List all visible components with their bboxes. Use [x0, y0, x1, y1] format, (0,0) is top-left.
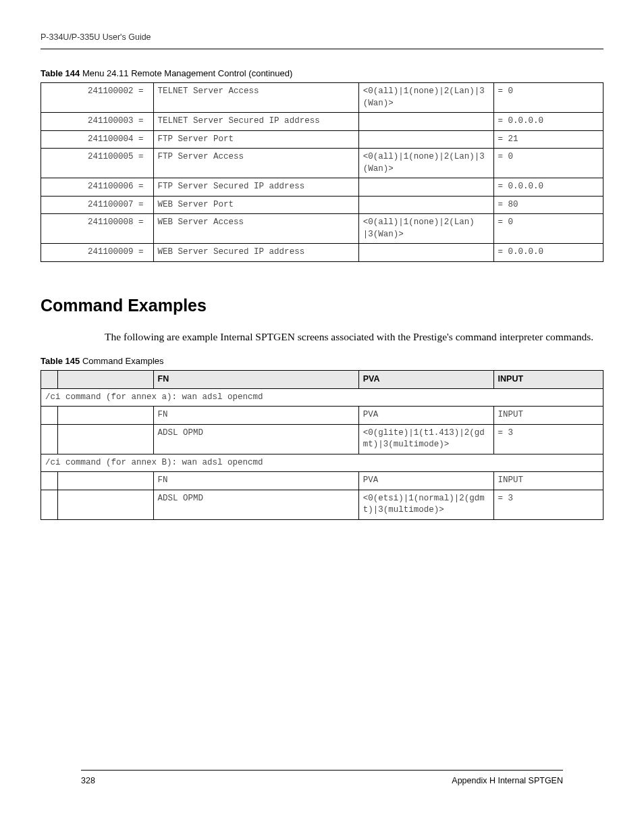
cell-fn: FN [153, 407, 358, 425]
cell-input: = 0.0.0.0 [493, 178, 603, 197]
cell-blank [41, 407, 58, 425]
cell-blank [57, 424, 153, 454]
table-row: 241100009 = WEB Server Secured IP addres… [41, 244, 603, 262]
cell-input: = 0.0.0.0 [493, 113, 603, 131]
cell-id: 241100007 = [41, 196, 154, 214]
table-row: FN PVA INPUT [41, 407, 603, 425]
section-heading: Command Examples [41, 296, 603, 315]
header-blank-a [41, 371, 58, 389]
table145-caption-rest: Command Examples [80, 356, 163, 366]
header-fn: FN [153, 371, 358, 389]
cell-blank [57, 472, 153, 490]
cell-pva [358, 196, 493, 214]
cell-desc: TELNET Server Secured IP address [153, 113, 358, 131]
cell-id: 241100005 = [41, 149, 154, 178]
table144-caption-bold: Table 144 [41, 68, 80, 78]
cell-blank [41, 472, 58, 490]
cell-blank [57, 407, 153, 425]
table144-caption-rest: Menu 24.11 Remote Management Control (co… [80, 68, 292, 78]
cell-fn: ADSL OPMD [153, 424, 358, 454]
cell-pva [358, 113, 493, 131]
header-input: INPUT [493, 371, 603, 389]
cell-pva: <0(all)|1(none)|2(Lan) |3(Wan)> [358, 214, 493, 244]
table-row: ADSL OPMD <0(glite)|1(t1.413)|2(gdmt)|3(… [41, 424, 603, 454]
doc-header: P-334U/P-335U User's Guide [41, 32, 603, 49]
cell-desc: FTP Server Access [153, 149, 358, 178]
cell-desc: FTP Server Port [153, 130, 358, 149]
cell-desc: WEB Server Port [153, 196, 358, 214]
cell-pva [358, 130, 493, 149]
cell-pva: <0(all)|1(none)|2(Lan)|3(Wan)> [358, 149, 493, 178]
table-row: /ci command (for annex a): wan adsl open… [41, 388, 603, 407]
span-annex-b: /ci command (for annex B): wan adsl open… [41, 454, 603, 472]
table-row: 241100006 = FTP Server Secured IP addres… [41, 178, 603, 197]
table-row: FN PVA INPUT [41, 472, 603, 490]
cell-input: = 3 [493, 424, 603, 454]
table145-caption: Table 145 Command Examples [41, 356, 603, 366]
span-annex-a: /ci command (for annex a): wan adsl open… [41, 388, 603, 407]
cell-input: = 0.0.0.0 [493, 244, 603, 262]
footer-page-number: 328 [81, 776, 95, 785]
body-paragraph: The following are example Internal SPTGE… [105, 330, 603, 344]
cell-desc: TELNET Server Access [153, 83, 358, 113]
table-row: /ci command (for annex B): wan adsl open… [41, 454, 603, 472]
table144-caption: Table 144 Menu 24.11 Remote Management C… [41, 68, 603, 78]
table-row: 241100004 = FTP Server Port = 21 [41, 130, 603, 149]
cell-pva: <0(glite)|1(t1.413)|2(gdmt)|3(multimode)… [358, 424, 493, 454]
table-row: 241100008 = WEB Server Access <0(all)|1(… [41, 214, 603, 244]
cell-blank [41, 490, 58, 519]
footer: 328 Appendix H Internal SPTGEN [81, 770, 563, 785]
cell-desc: WEB Server Access [153, 214, 358, 244]
cell-input: = 3 [493, 490, 603, 519]
cell-desc: WEB Server Secured IP address [153, 244, 358, 262]
cell-pva: <0(all)|1(none)|2(Lan)|3(Wan)> [358, 83, 493, 113]
cell-blank [57, 490, 153, 519]
table145-caption-bold: Table 145 [41, 356, 80, 366]
table-row: 241100002 = TELNET Server Access <0(all)… [41, 83, 603, 113]
table-row: ADSL OPMD <0(etsi)|1(normal)|2(gdmt)|3(m… [41, 490, 603, 519]
header-pva: PVA [358, 371, 493, 389]
cell-input: = 80 [493, 196, 603, 214]
cell-pva: PVA [358, 407, 493, 425]
cell-blank [41, 424, 58, 454]
cell-input: INPUT [493, 472, 603, 490]
cell-id: 241100008 = [41, 214, 154, 244]
table-144: 241100002 = TELNET Server Access <0(all)… [41, 82, 603, 262]
cell-id: 241100006 = [41, 178, 154, 197]
cell-input: = 0 [493, 214, 603, 244]
footer-label: Appendix H Internal SPTGEN [452, 776, 563, 785]
header-blank-b [57, 371, 153, 389]
table-row: 241100005 = FTP Server Access <0(all)|1(… [41, 149, 603, 178]
cell-pva: <0(etsi)|1(normal)|2(gdmt)|3(multimode)> [358, 490, 493, 519]
cell-fn: FN [153, 472, 358, 490]
table-row: 241100003 = TELNET Server Secured IP add… [41, 113, 603, 131]
table-header-row: FN PVA INPUT [41, 371, 603, 389]
cell-input: = 21 [493, 130, 603, 149]
cell-pva [358, 244, 493, 262]
cell-id: 241100004 = [41, 130, 154, 149]
cell-id: 241100002 = [41, 83, 154, 113]
cell-id: 241100009 = [41, 244, 154, 262]
cell-pva [358, 178, 493, 197]
table-145: FN PVA INPUT /ci command (for annex a): … [41, 370, 603, 520]
cell-input: = 0 [493, 149, 603, 178]
cell-pva: PVA [358, 472, 493, 490]
cell-input: INPUT [493, 407, 603, 425]
cell-input: = 0 [493, 83, 603, 113]
cell-desc: FTP Server Secured IP address [153, 178, 358, 197]
table-row: 241100007 = WEB Server Port = 80 [41, 196, 603, 214]
cell-fn: ADSL OPMD [153, 490, 358, 519]
cell-id: 241100003 = [41, 113, 154, 131]
